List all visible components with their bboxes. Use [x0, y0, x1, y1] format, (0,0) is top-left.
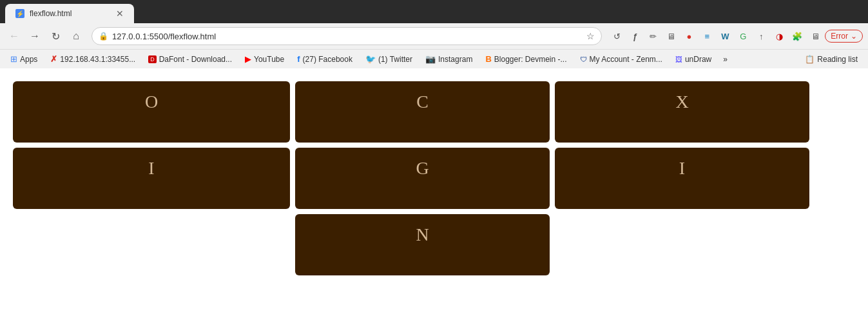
undraw-label: unDraw	[685, 55, 711, 64]
bookmark-facebook[interactable]: f (27) Facebook	[292, 53, 358, 65]
more-bookmarks-button[interactable]: »	[719, 54, 731, 65]
flex-container: O C X I G I N	[13, 81, 851, 275]
extensions-f-icon[interactable]: ƒ	[626, 28, 643, 45]
bookmark-star-icon[interactable]: ☆	[586, 31, 595, 41]
bookmarks-bar: ⊞ Apps ✗ 192.168.43.1:33455... D DaFont …	[0, 49, 868, 68]
letter-n: N	[416, 224, 429, 245]
undraw-icon: 🖼	[675, 55, 682, 63]
youtube-label: YouTube	[254, 55, 284, 64]
bookmark-dafont[interactable]: D DaFont - Download...	[143, 54, 237, 65]
myaccount-label: My Account - Zenm...	[590, 55, 662, 64]
instagram-label: Instagram	[438, 55, 472, 64]
tab-title: flexflow.html	[30, 9, 72, 18]
grid-item-c: C	[295, 81, 550, 143]
bookmark-local[interactable]: ✗ 192.168.43.1:33455...	[45, 53, 140, 65]
trello-icon[interactable]: ≡	[699, 28, 715, 45]
letter-x: X	[675, 92, 688, 112]
letter-c: C	[416, 92, 429, 112]
bookmark-undraw[interactable]: 🖼 unDraw	[670, 54, 717, 65]
tab-favicon: ⚡	[15, 9, 24, 18]
twitter-label: (1) Twitter	[378, 55, 412, 64]
page-content: O C X I G I N	[0, 68, 868, 326]
error-label: Error	[831, 32, 848, 41]
facebook-label: (27) Facebook	[303, 55, 352, 64]
circle-icon[interactable]: ●	[680, 28, 697, 45]
browser-chrome: ⚡ flexflow.html ✕ ← → ↻ ⌂ 🔒 ☆ ↺ ƒ ✏ 🖥 ● …	[0, 0, 868, 68]
refresh-button[interactable]: ↻	[46, 27, 64, 45]
facebook-icon: f	[297, 54, 300, 64]
bookmark-blogger[interactable]: B Blogger: Devmein -...	[480, 53, 572, 65]
myaccount-icon: 🛡	[580, 55, 587, 63]
url-input[interactable]	[112, 32, 583, 41]
tab-close-button[interactable]: ✕	[116, 8, 124, 19]
blogger-label: Blogger: Devmein -...	[494, 55, 567, 64]
twitter-icon: 🐦	[365, 54, 376, 64]
local-label: 192.168.43.1:33455...	[60, 55, 135, 64]
local-favicon-icon: ✗	[50, 54, 57, 64]
active-tab[interactable]: ⚡ flexflow.html ✕	[5, 4, 134, 23]
tab-bar: ⚡ flexflow.html ✕	[0, 0, 868, 23]
home-button[interactable]: ⌂	[67, 27, 85, 45]
instagram-icon: 📷	[425, 54, 436, 64]
bookmark-twitter[interactable]: 🐦 (1) Twitter	[360, 53, 418, 65]
address-bar[interactable]: 🔒 ☆	[92, 27, 602, 45]
blogger-icon: B	[485, 54, 491, 64]
grid-item-x: X	[555, 81, 809, 143]
nav-bar: ← → ↻ ⌂ 🔒 ☆ ↺ ƒ ✏ 🖥 ● ≡ W G ↑ ◑ 🧩 🖥 Erro…	[0, 23, 868, 49]
letter-g: G	[416, 158, 429, 179]
bookmark-apps[interactable]: ⊞ Apps	[5, 53, 43, 65]
dafont-label: DaFont - Download...	[159, 55, 232, 64]
extensions-icon[interactable]: 🧩	[789, 28, 805, 45]
lock-icon: 🔒	[99, 32, 108, 41]
screen2-icon[interactable]: 🖥	[807, 28, 824, 45]
back-button[interactable]: ←	[5, 27, 23, 45]
reading-list-button[interactable]: 📋 Reading list	[800, 54, 863, 65]
forward-button[interactable]: →	[26, 27, 44, 45]
bookmark-instagram[interactable]: 📷 Instagram	[420, 53, 477, 65]
nav-right-icons: ↺ ƒ ✏ 🖥 ● ≡ W G ↑ ◑ 🧩 🖥 Error ⌄	[608, 28, 863, 45]
letter-o: O	[145, 92, 158, 112]
wordpress-icon[interactable]: W	[717, 28, 733, 45]
letter-i2: I	[679, 158, 685, 179]
reading-list-icon: 📋	[805, 55, 815, 64]
grid-item-i2: I	[555, 148, 809, 209]
history-icon[interactable]: ↺	[608, 28, 625, 45]
grid-item-n: N	[295, 214, 550, 275]
error-button[interactable]: Error ⌄	[825, 30, 863, 43]
letter-i1: I	[148, 158, 154, 179]
reading-list-label: Reading list	[817, 55, 858, 64]
apps-grid-icon: ⊞	[10, 54, 17, 64]
grid-item-i1: I	[13, 148, 290, 209]
apps-label: Apps	[20, 55, 37, 64]
youtube-icon: ▶	[245, 54, 251, 64]
screen-icon[interactable]: 🖥	[662, 28, 679, 45]
upload-icon[interactable]: ↑	[753, 28, 769, 45]
grid-item-g: G	[295, 148, 550, 209]
bookmark-myaccount[interactable]: 🛡 My Account - Zenm...	[575, 54, 668, 65]
google-icon[interactable]: G	[735, 28, 751, 45]
error-chevron-icon: ⌄	[851, 32, 857, 41]
bookmark-youtube[interactable]: ▶ YouTube	[240, 53, 289, 65]
pencil-icon[interactable]: ✏	[644, 28, 661, 45]
grid-item-o: O	[13, 81, 290, 143]
dafont-favicon-icon: D	[148, 55, 157, 63]
lastpass-icon[interactable]: ◑	[771, 28, 787, 45]
